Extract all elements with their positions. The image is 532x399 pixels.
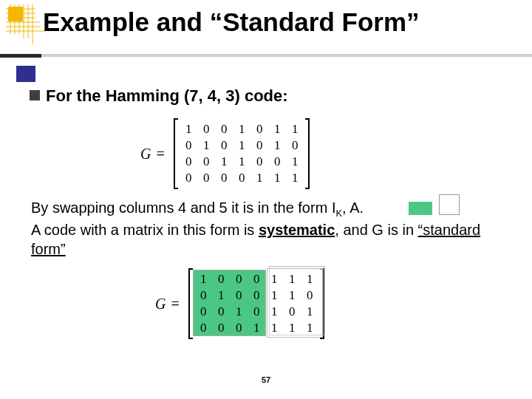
para-comma: , (342, 200, 349, 216)
bullet-1-text: For the Hamming (7, 4, 3) code: (46, 86, 288, 105)
logo-grid-icon (6, 4, 46, 44)
bullet-square-icon (30, 90, 40, 100)
para-a: A. (349, 200, 364, 216)
para-systematic: systematic (259, 222, 335, 238)
equals-sign: = (156, 146, 164, 162)
right-bracket-icon-2 (320, 268, 324, 339)
matrix1-table: 1001011 0101010 0011001 0000111 (180, 121, 304, 186)
svg-rect-12 (8, 7, 23, 21)
title-rule-dark (0, 54, 41, 58)
equals-sign-2: = (171, 296, 179, 312)
accent-box (16, 66, 35, 82)
matrix-g-standard: G = 1000111 0100110 0010101 0001111 (155, 267, 326, 341)
para-ik-sub: K (335, 208, 342, 219)
matrix-g-original: G = 1001011 0101010 0011001 0000111 (140, 117, 311, 191)
right-bracket-icon (305, 118, 310, 189)
title-rule-light (41, 54, 532, 57)
left-bracket-icon (174, 118, 178, 189)
slide-title: Example and “Standard Form” (43, 7, 420, 37)
para-text-c: , and G is in (335, 222, 417, 238)
page-number: 57 (0, 375, 532, 384)
matrix2-table: 1000111 0100110 0010101 0001111 (194, 271, 318, 336)
left-bracket-icon-2 (188, 268, 193, 339)
para-text-b: A code with a matrix in this form is (31, 222, 259, 238)
bullet-line-1: For the Hamming (7, 4, 3) code: (30, 86, 288, 106)
matrix-symbol-2: G (155, 296, 166, 312)
para-text-a: By swapping columns 4 and 5 it is in the… (31, 200, 332, 216)
matrix-symbol: G (140, 146, 151, 162)
paragraph-explanation: By swapping columns 4 and 5 it is in the… (31, 198, 504, 259)
